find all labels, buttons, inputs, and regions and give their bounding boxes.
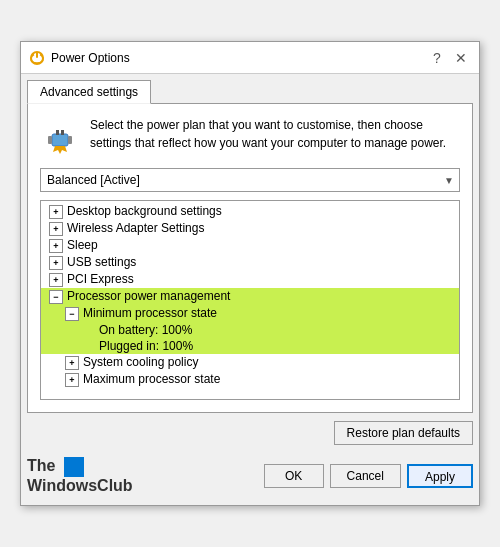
svg-rect-5 bbox=[48, 136, 52, 144]
power-options-window: Power Options ? ✕ Advanced settings Sele… bbox=[20, 41, 480, 506]
svg-rect-6 bbox=[68, 136, 72, 144]
tree-item-label: USB settings bbox=[67, 255, 136, 269]
tree-item-label: PCI Express bbox=[67, 272, 134, 286]
tree-item-label: Desktop background settings bbox=[67, 204, 222, 218]
tree-indent: +System cooling policy bbox=[65, 355, 198, 370]
description-area: Select the power plan that you want to c… bbox=[40, 116, 460, 156]
ok-button[interactable]: OK bbox=[264, 464, 324, 488]
power-icon bbox=[29, 50, 45, 66]
expand-icon[interactable]: + bbox=[49, 256, 63, 270]
tree-item[interactable]: +Sleep bbox=[41, 237, 459, 254]
tree-item-label: Plugged in: 100% bbox=[99, 339, 193, 353]
expand-icon[interactable]: − bbox=[49, 290, 63, 304]
blue-square-icon bbox=[64, 457, 84, 477]
cancel-button[interactable]: Cancel bbox=[330, 464, 401, 488]
tree-item-label: Minimum processor state bbox=[83, 306, 217, 320]
description-text: Select the power plan that you want to c… bbox=[90, 116, 460, 152]
help-button[interactable]: ? bbox=[427, 48, 447, 68]
tree-indent: +PCI Express bbox=[49, 272, 134, 287]
tree-item[interactable]: +Wireless Adapter Settings bbox=[41, 220, 459, 237]
tree-item[interactable]: +System cooling policy bbox=[41, 354, 459, 371]
settings-tree[interactable]: +Desktop background settings+Wireless Ad… bbox=[40, 200, 460, 400]
tree-item[interactable]: −Minimum processor state bbox=[41, 305, 459, 322]
tree-item[interactable]: Plugged in: 100% bbox=[41, 338, 459, 354]
watermark-line2: WindowsClub bbox=[27, 477, 133, 495]
watermark-line1: The bbox=[27, 457, 84, 477]
advanced-settings-tab[interactable]: Advanced settings bbox=[27, 80, 151, 104]
tree-item[interactable]: +Desktop background settings bbox=[41, 203, 459, 220]
restore-defaults-button[interactable]: Restore plan defaults bbox=[334, 421, 473, 445]
expand-icon[interactable]: + bbox=[49, 239, 63, 253]
expand-icon[interactable]: + bbox=[65, 356, 79, 370]
tree-item[interactable]: +Maximum processor state bbox=[41, 371, 459, 388]
restore-row: Restore plan defaults bbox=[27, 421, 473, 445]
tree-item-label: Wireless Adapter Settings bbox=[67, 221, 204, 235]
tree-item[interactable]: +PCI Express bbox=[41, 271, 459, 288]
power-plug-icon bbox=[40, 116, 80, 156]
tree-indent: −Processor power management bbox=[49, 289, 230, 304]
svg-rect-2 bbox=[52, 134, 68, 146]
title-bar-left: Power Options bbox=[29, 50, 130, 66]
close-button[interactable]: ✕ bbox=[451, 48, 471, 68]
tree-item-label: Sleep bbox=[67, 238, 98, 252]
expand-icon[interactable]: + bbox=[49, 205, 63, 219]
svg-rect-1 bbox=[36, 52, 38, 58]
expand-icon[interactable]: + bbox=[65, 373, 79, 387]
expand-icon[interactable]: + bbox=[49, 222, 63, 236]
tree-indent: Plugged in: 100% bbox=[81, 339, 193, 353]
tab-bar: Advanced settings bbox=[21, 74, 479, 103]
tree-item-label: Processor power management bbox=[67, 289, 230, 303]
title-bar-controls: ? ✕ bbox=[427, 48, 471, 68]
tree-indent: On battery: 100% bbox=[81, 323, 192, 337]
tree-indent: +Maximum processor state bbox=[65, 372, 220, 387]
watermark: The WindowsClub bbox=[27, 457, 133, 495]
tree-item-label: On battery: 100% bbox=[99, 323, 192, 337]
svg-rect-3 bbox=[56, 130, 59, 135]
window-title: Power Options bbox=[51, 51, 130, 65]
main-content: Select the power plan that you want to c… bbox=[27, 103, 473, 413]
tree-item-label: System cooling policy bbox=[83, 355, 198, 369]
power-plan-dropdown[interactable]: Balanced [Active]Power saverHigh perform… bbox=[40, 168, 460, 192]
title-bar: Power Options ? ✕ bbox=[21, 42, 479, 74]
tree-indent: +Sleep bbox=[49, 238, 98, 253]
tree-indent: −Minimum processor state bbox=[65, 306, 217, 321]
tree-indent: +Wireless Adapter Settings bbox=[49, 221, 204, 236]
expand-icon[interactable]: − bbox=[65, 307, 79, 321]
svg-rect-4 bbox=[61, 130, 64, 135]
dropdown-container: Balanced [Active]Power saverHigh perform… bbox=[40, 168, 460, 192]
tree-item[interactable]: +USB settings bbox=[41, 254, 459, 271]
footer: Restore plan defaults The WindowsClub OK… bbox=[21, 413, 479, 505]
bottom-row: The WindowsClub OK Cancel Apply bbox=[27, 453, 473, 499]
expand-icon[interactable]: + bbox=[49, 273, 63, 287]
action-buttons: OK Cancel Apply bbox=[264, 464, 473, 488]
tree-item[interactable]: On battery: 100% bbox=[41, 322, 459, 338]
tree-indent: +USB settings bbox=[49, 255, 136, 270]
tree-item-label: Maximum processor state bbox=[83, 372, 220, 386]
tree-item[interactable]: −Processor power management bbox=[41, 288, 459, 305]
tree-indent: +Desktop background settings bbox=[49, 204, 222, 219]
apply-button[interactable]: Apply bbox=[407, 464, 473, 488]
